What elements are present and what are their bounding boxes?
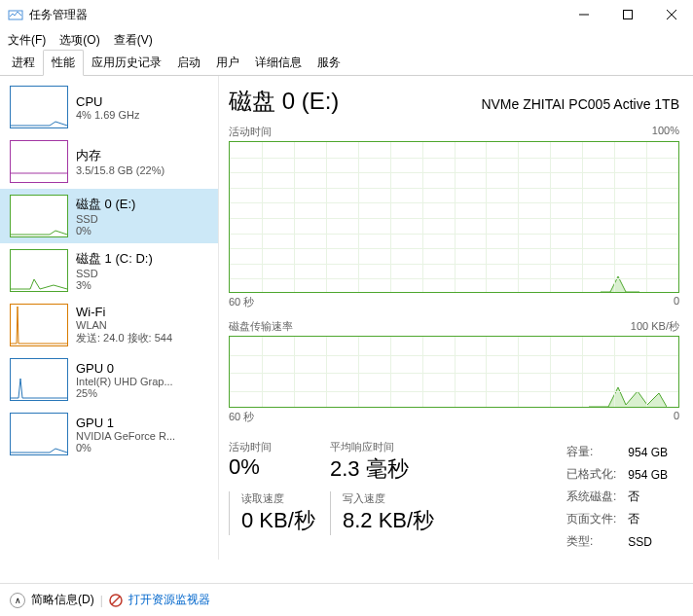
item-sub1: NVIDIA GeForce R... <box>76 430 175 442</box>
tab-4[interactable]: 用户 <box>208 51 247 75</box>
transfer-chart <box>229 336 679 408</box>
write-speed-value: 8.2 KB/秒 <box>343 506 434 535</box>
thumb-icon <box>10 249 68 292</box>
item-sub1: 3.5/15.8 GB (22%) <box>76 164 164 176</box>
title-bar: 任务管理器 <box>0 0 693 29</box>
active-time-value: 0% <box>229 454 316 480</box>
item-name: GPU 1 <box>76 416 175 430</box>
avg-response-label: 平均响应时间 <box>330 440 418 454</box>
tab-strip: 进程性能应用历史记录启动用户详细信息服务 <box>0 51 693 76</box>
thumb-icon <box>10 195 68 237</box>
item-sub2: 0% <box>76 442 175 453</box>
chart2-axis-right: 0 <box>674 410 679 424</box>
chart1-axis-right: 0 <box>674 295 679 309</box>
item-sub2: 25% <box>76 387 173 399</box>
chart1-label-right: 100% <box>652 125 679 139</box>
item-sub1: 4% 1.69 GHz <box>76 109 139 121</box>
chart2-label-right: 100 KB/秒 <box>631 319 679 334</box>
sidebar-item-1[interactable]: 内存3.5/15.8 GB (22%) <box>0 134 218 189</box>
sidebar-item-4[interactable]: Wi-FiWLAN发送: 24.0 接收: 544 <box>0 298 218 352</box>
active-time-label: 活动时间 <box>229 440 316 454</box>
perf-main: 磁盘 0 (E:) NVMe ZHITAI PC005 Active 1TB 活… <box>219 76 693 560</box>
thumb-icon <box>10 86 68 128</box>
thumb-icon <box>10 140 68 183</box>
read-speed-label: 读取速度 <box>241 491 316 506</box>
svg-rect-2 <box>623 11 632 19</box>
disk-properties: 容量:954 GB 已格式化:954 GB 系统磁盘:否 页面文件:否 类型:S… <box>565 440 679 554</box>
close-button[interactable] <box>649 0 693 29</box>
item-name: Wi-Fi <box>76 305 172 319</box>
tab-2[interactable]: 应用历史记录 <box>84 51 169 75</box>
disk-title: 磁盘 0 (E:) <box>229 86 339 117</box>
collapse-icon[interactable]: ∧ <box>10 593 25 608</box>
sidebar-item-5[interactable]: GPU 0Intel(R) UHD Grap...25% <box>0 352 218 407</box>
disk-model: NVMe ZHITAI PC005 Active 1TB <box>481 96 679 112</box>
read-speed-value: 0 KB/秒 <box>241 506 316 535</box>
menu-options[interactable]: 选项(O) <box>57 32 101 49</box>
thumb-icon <box>10 304 68 346</box>
footer: ∧ 简略信息(D) | 打开资源监视器 <box>0 583 693 616</box>
tab-3[interactable]: 启动 <box>169 51 208 75</box>
item-sub2: 发送: 24.0 接收: 544 <box>76 331 172 345</box>
item-sub1: Intel(R) UHD Grap... <box>76 376 173 387</box>
svg-line-6 <box>112 597 120 604</box>
resmon-icon <box>109 594 123 607</box>
window-title: 任务管理器 <box>29 7 562 23</box>
tab-0[interactable]: 进程 <box>4 51 43 75</box>
item-sub2: 3% <box>76 279 153 291</box>
item-name: 磁盘 0 (E:) <box>76 196 135 213</box>
open-resmon-link[interactable]: 打开资源监视器 <box>128 592 210 608</box>
sidebar-item-3[interactable]: 磁盘 1 (C: D:)SSD3% <box>0 243 218 298</box>
chart1-label-left: 活动时间 <box>229 125 272 139</box>
minimize-button[interactable] <box>562 0 605 29</box>
sidebar-item-2[interactable]: 磁盘 0 (E:)SSD0% <box>0 189 218 243</box>
activity-chart <box>229 141 679 293</box>
chart2-label-left: 磁盘传输速率 <box>229 319 293 334</box>
sidebar-item-0[interactable]: CPU4% 1.69 GHz <box>0 80 218 134</box>
brief-info-link[interactable]: 简略信息(D) <box>31 592 94 608</box>
thumb-icon <box>10 358 68 401</box>
menu-file[interactable]: 文件(F) <box>6 32 48 49</box>
item-name: GPU 0 <box>76 361 173 376</box>
sidebar-item-6[interactable]: GPU 1NVIDIA GeForce R...0% <box>0 407 218 461</box>
item-sub2: 0% <box>76 225 135 236</box>
item-name: CPU <box>76 94 139 109</box>
item-sub1: WLAN <box>76 319 172 331</box>
item-name: 磁盘 1 (C: D:) <box>76 250 153 268</box>
item-sub1: SSD <box>76 213 135 225</box>
thumb-icon <box>10 413 68 455</box>
tab-6[interactable]: 服务 <box>310 51 348 75</box>
item-name: 内存 <box>76 147 164 164</box>
menu-view[interactable]: 查看(V) <box>112 32 155 49</box>
tab-5[interactable]: 详细信息 <box>247 51 310 75</box>
maximize-button[interactable] <box>605 0 649 29</box>
avg-response-value: 2.3 毫秒 <box>330 454 418 484</box>
item-sub1: SSD <box>76 268 153 279</box>
perf-sidebar[interactable]: CPU4% 1.69 GHz内存3.5/15.8 GB (22%)磁盘 0 (E… <box>0 76 219 560</box>
app-icon <box>8 7 23 22</box>
write-speed-label: 写入速度 <box>343 491 434 506</box>
tab-1[interactable]: 性能 <box>43 50 84 76</box>
menu-bar: 文件(F) 选项(O) 查看(V) <box>0 29 693 51</box>
chart1-axis-left: 60 秒 <box>229 295 254 309</box>
chart2-axis-left: 60 秒 <box>229 410 254 424</box>
